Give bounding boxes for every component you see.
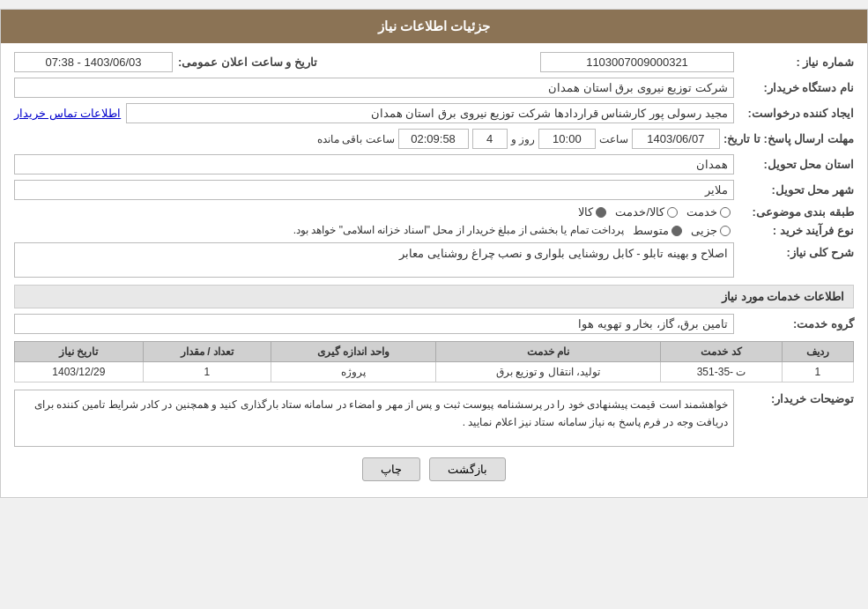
- category-kala-khadamat-label: کالا/خدمت: [615, 205, 664, 219]
- province-label: استان محل تحویل:: [739, 158, 854, 171]
- category-khadamat-label: خدمت: [686, 205, 717, 219]
- print-button[interactable]: چاپ: [362, 457, 420, 481]
- city-label: شهر محل تحویل:: [739, 183, 854, 197]
- description-label: شرح کلی نیاز:: [739, 242, 854, 259]
- services-table: ردیف کد خدمت نام خدمت واحد اندازه گیری ت…: [14, 341, 854, 382]
- announcement-label: تاریخ و ساعت اعلان عمومی:: [178, 56, 317, 69]
- col-unit: واحد اندازه گیری: [271, 342, 435, 362]
- deadline-time-label: ساعت: [599, 133, 628, 145]
- cell-qty: 1: [143, 362, 271, 382]
- cell-row: 1: [782, 362, 853, 382]
- col-service: نام خدمت: [435, 342, 661, 362]
- creator-value: مجید رسولی پور کارشناس قراردادها شرکت تو…: [126, 103, 734, 123]
- cell-code: ت -35-351: [661, 362, 782, 382]
- province-value: همدان: [14, 154, 734, 175]
- process-label: نوع فرآیند خرید :: [739, 224, 854, 237]
- col-code: کد خدمت: [661, 342, 782, 362]
- service-group-label: گروه خدمت:: [739, 317, 854, 330]
- page-title: جزئیات اطلاعات نیاز: [378, 19, 490, 33]
- cell-date: 1403/12/29: [15, 362, 144, 382]
- category-kala-label: کالا: [578, 205, 593, 219]
- category-option-kala-khadamat[interactable]: کالا/خدمت: [615, 205, 678, 219]
- service-group-value: تامین برق، گاز، بخار و تهویه هوا: [14, 314, 734, 334]
- creator-link[interactable]: اطلاعات تماس خریدار: [14, 107, 121, 120]
- creator-label: ایجاد کننده درخواست:: [739, 107, 854, 120]
- col-qty: تعداد / مقدار: [143, 342, 271, 362]
- buyer-notes-value: خواهشمند است قیمت پیشنهادی خود را در پرس…: [14, 390, 734, 447]
- process-option-mottavas[interactable]: متوسط: [633, 224, 682, 237]
- category-label: طبقه بندی موضوعی:: [739, 205, 854, 219]
- services-table-container: ردیف کد خدمت نام خدمت واحد اندازه گیری ت…: [14, 341, 854, 382]
- process-note: پرداخت تمام یا بخشی از مبلغ خریدار از مح…: [293, 224, 624, 236]
- need-number-value: 1103007009000321: [540, 52, 734, 72]
- process-mottavas-label: متوسط: [633, 224, 669, 237]
- deadline-remaining-label: ساعت باقی مانده: [317, 133, 395, 145]
- description-value: اصلاح و بهینه تابلو - کابل روشنایی بلوار…: [14, 242, 734, 278]
- radio-kala-khadamat-icon: [667, 207, 678, 218]
- deadline-date: 1403/06/07: [632, 129, 720, 149]
- cell-service: تولید، انتقال و توزیع برق: [435, 362, 661, 382]
- radio-mottavas-icon: [671, 226, 682, 236]
- category-option-khadamat[interactable]: خدمت: [686, 205, 731, 219]
- col-row: ردیف: [782, 342, 853, 362]
- radio-khadamat-icon: [720, 207, 731, 218]
- cell-unit: پروژه: [271, 362, 435, 382]
- need-number-label: شماره نیاز :: [739, 56, 854, 69]
- service-section-title: اطلاعات خدمات مورد نیاز: [14, 285, 854, 308]
- buyer-name-value: شرکت توزیع نیروی برق استان همدان: [14, 78, 734, 98]
- deadline-days-label: روز و: [511, 133, 535, 145]
- back-button[interactable]: بازگشت: [429, 457, 506, 481]
- process-jozi-label: جزیی: [691, 224, 717, 237]
- radio-kala-icon: [596, 207, 606, 218]
- deadline-time: 10:00: [538, 129, 596, 149]
- deadline-days: 4: [472, 129, 508, 149]
- buyer-notes-label: توضیحات خریدار:: [739, 390, 854, 405]
- buttons-row: بازگشت چاپ: [14, 457, 854, 481]
- page-header: جزئیات اطلاعات نیاز: [1, 10, 867, 43]
- radio-jozi-icon: [720, 226, 731, 236]
- category-option-kala[interactable]: کالا: [578, 205, 606, 219]
- announcement-value: 1403/06/03 - 07:38: [14, 52, 173, 72]
- buyer-name-label: نام دستگاه خریدار:: [739, 81, 854, 94]
- process-option-jozi[interactable]: جزیی: [691, 224, 731, 237]
- city-value: ملایر: [14, 180, 734, 200]
- table-row: 1 ت -35-351 تولید، انتقال و توزیع برق پر…: [15, 362, 854, 382]
- col-date: تاریخ نیاز: [15, 342, 144, 362]
- deadline-label: مهلت ارسال پاسخ: تا تاریخ:: [723, 132, 854, 145]
- deadline-remaining: 02:09:58: [398, 129, 469, 149]
